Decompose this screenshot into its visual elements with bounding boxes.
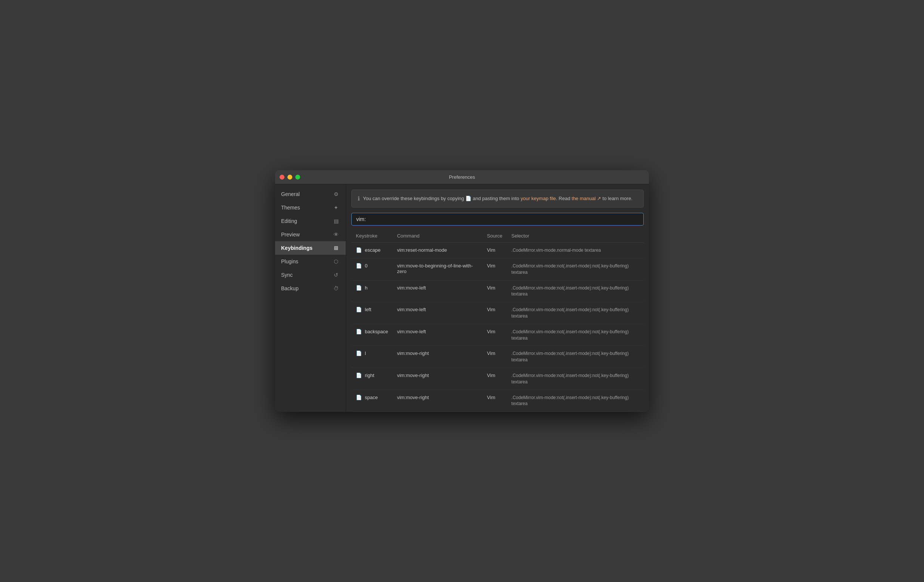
table-row[interactable]: 📄 space vim:move-right Vim .CodeMirror.v…: [351, 390, 644, 412]
selector-value: .CodeMirror.vim-mode:not(.insert-mode):n…: [512, 351, 629, 362]
keystroke-cell: 📄 l: [351, 346, 393, 368]
sidebar-item-plugins[interactable]: Plugins ⬡: [275, 255, 346, 268]
source-cell: Vim: [483, 302, 507, 324]
keystroke-value: h: [365, 285, 368, 291]
key-file-icon: 📄: [356, 247, 362, 253]
backup-icon: ⏱: [332, 285, 340, 291]
source-value: Vim: [487, 372, 495, 378]
col-selector: Selector: [507, 229, 644, 243]
command-value: vim:move-to-beginning-of-line-with-zero: [397, 263, 473, 274]
source-cell: Vim: [483, 243, 507, 258]
keystroke-cell: 📄 backspace: [351, 324, 393, 346]
selector-cell: .CodeMirror.vim-mode:not(.insert-mode):n…: [507, 302, 644, 324]
command-cell: vim:move-left: [393, 324, 483, 346]
selector-cell: .CodeMirror.vim-mode:not(.insert-mode):n…: [507, 390, 644, 412]
sidebar-label-keybindings: Keybindings: [281, 245, 312, 251]
keystroke-value: left: [365, 307, 371, 312]
sidebar-item-sync[interactable]: Sync ↺: [275, 268, 346, 282]
command-value: vim:move-right: [397, 395, 429, 400]
source-cell: Vim: [483, 390, 507, 412]
command-value: vim:move-left: [397, 307, 426, 312]
info-text: You can override these keybindings by co…: [363, 195, 632, 202]
key-file-icon: 📄: [356, 351, 362, 356]
keystroke-value: backspace: [365, 329, 388, 334]
selector-value: .CodeMirror.vim-mode:not(.insert-mode):n…: [512, 373, 629, 385]
command-cell: vim:reset-normal-mode: [393, 243, 483, 258]
selector-value: .CodeMirror.vim-mode:not(.insert-mode):n…: [512, 329, 629, 341]
col-command: Command: [393, 229, 483, 243]
sidebar-label-preview: Preview: [281, 231, 300, 238]
sidebar-item-backup[interactable]: Backup ⏱: [275, 282, 346, 295]
keystroke-cell: 📄 escape: [351, 243, 393, 258]
info-banner: ℹ You can override these keybindings by …: [351, 190, 644, 208]
keybindings-table-container: Keystroke Command Source Selector 📄 esca…: [351, 229, 644, 412]
col-source: Source: [483, 229, 507, 243]
traffic-lights: [280, 175, 300, 180]
source-cell: Vim: [483, 324, 507, 346]
close-button[interactable]: [280, 175, 284, 180]
minimize-button[interactable]: [287, 175, 292, 180]
sidebar-label-general: General: [281, 191, 300, 197]
source-value: Vim: [487, 395, 495, 400]
keystroke-cell: 📄 0: [351, 258, 393, 281]
sync-icon: ↺: [332, 272, 340, 278]
editing-icon: ▤: [332, 218, 340, 224]
sidebar-label-themes: Themes: [281, 205, 300, 211]
keystroke-cell: 📄 left: [351, 302, 393, 324]
table-row[interactable]: 📄 l vim:move-right Vim .CodeMirror.vim-m…: [351, 346, 644, 368]
selector-value: .CodeMirror.vim-mode:not(.insert-mode):n…: [512, 395, 629, 407]
manual-link[interactable]: the manual ↗: [571, 196, 601, 201]
selector-value: .CodeMirror.vim-mode:not(.insert-mode):n…: [512, 285, 629, 297]
source-value: Vim: [487, 351, 495, 356]
key-file-icon: 📄: [356, 372, 362, 378]
table-row[interactable]: 📄 0 vim:move-to-beginning-of-line-with-z…: [351, 258, 644, 281]
key-file-icon: 📄: [356, 329, 362, 334]
table-row[interactable]: 📄 left vim:move-left Vim .CodeMirror.vim…: [351, 302, 644, 324]
key-file-icon: 📄: [356, 307, 362, 312]
sidebar-label-sync: Sync: [281, 272, 293, 278]
maximize-button[interactable]: [295, 175, 300, 180]
command-value: vim:move-left: [397, 329, 426, 334]
search-input[interactable]: vim:: [351, 213, 644, 225]
source-value: Vim: [487, 247, 495, 253]
titlebar: Preferences: [275, 170, 649, 184]
table-row[interactable]: 📄 escape vim:reset-normal-mode Vim .Code…: [351, 243, 644, 258]
main-panel: ℹ You can override these keybindings by …: [346, 184, 649, 412]
selector-value: .CodeMirror.vim-mode:not(.insert-mode):n…: [512, 307, 629, 319]
command-value: vim:move-left: [397, 285, 426, 291]
search-bar: vim:: [351, 213, 644, 225]
table-row[interactable]: 📄 right vim:move-right Vim .CodeMirror.v…: [351, 368, 644, 390]
sidebar-item-preview[interactable]: Preview 👁: [275, 228, 346, 241]
plugins-icon: ⬡: [332, 258, 340, 265]
key-file-icon: 📄: [356, 263, 362, 269]
keystroke-value: 0: [365, 263, 368, 269]
sidebar-item-keybindings[interactable]: Keybindings ⊞: [275, 241, 346, 255]
info-icon: ℹ: [358, 195, 360, 203]
selector-cell: .CodeMirror.vim-mode:not(.insert-mode):n…: [507, 280, 644, 302]
selector-cell: .CodeMirror.vim-mode:not(.insert-mode):n…: [507, 324, 644, 346]
source-cell: Vim: [483, 280, 507, 302]
keystroke-cell: 📄 right: [351, 368, 393, 390]
command-value: vim:move-right: [397, 351, 429, 356]
keystroke-value: space: [365, 395, 378, 400]
table-row[interactable]: 📄 backspace vim:move-left Vim .CodeMirro…: [351, 324, 644, 346]
source-value: Vim: [487, 263, 495, 269]
keymap-file-link[interactable]: your keymap file: [521, 196, 556, 201]
command-cell: vim:move-right: [393, 390, 483, 412]
command-cell: vim:move-left: [393, 302, 483, 324]
selector-cell: .CodeMirror.vim-mode:not(.insert-mode):n…: [507, 368, 644, 390]
preview-icon: 👁: [332, 231, 340, 238]
keystroke-value: right: [365, 372, 374, 378]
keybindings-icon: ⊞: [332, 245, 340, 251]
sidebar-item-general[interactable]: General ⚙: [275, 187, 346, 201]
source-value: Vim: [487, 329, 495, 334]
selector-value: .CodeMirror.vim-mode.normal-mode textare…: [512, 248, 601, 253]
window-content: General ⚙ Themes ✦ Editing ▤ Preview 👁 K…: [275, 184, 649, 412]
command-cell: vim:move-left: [393, 280, 483, 302]
selector-cell: .CodeMirror.vim-mode:not(.insert-mode):n…: [507, 258, 644, 281]
keystroke-cell: 📄 h: [351, 280, 393, 302]
sidebar-item-themes[interactable]: Themes ✦: [275, 201, 346, 214]
sidebar-item-editing[interactable]: Editing ▤: [275, 214, 346, 228]
command-cell: vim:move-right: [393, 368, 483, 390]
table-row[interactable]: 📄 h vim:move-left Vim .CodeMirror.vim-mo…: [351, 280, 644, 302]
